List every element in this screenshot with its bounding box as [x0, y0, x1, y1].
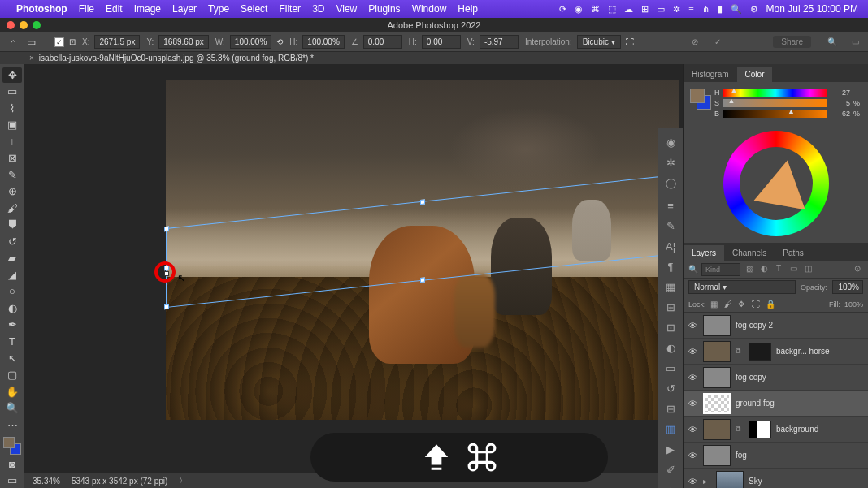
canvas[interactable]: ↖ 35.34% 5343 px x 3542 px (72 ppi) 〉	[24, 64, 683, 488]
layer-thumb[interactable]	[703, 419, 731, 440]
filter-toggle[interactable]: ⊙	[852, 264, 863, 275]
layer-thumb[interactable]	[703, 367, 731, 388]
layer-thumb[interactable]	[703, 445, 731, 466]
panel-icon[interactable]: ▦	[662, 281, 679, 293]
close-window-icon[interactable]	[7, 21, 15, 29]
crop-tool[interactable]: ⟂	[2, 134, 22, 149]
menu-image[interactable]: Image	[134, 3, 161, 15]
maximize-window-icon[interactable]	[33, 21, 41, 29]
panel-icon[interactable]: ↺	[662, 382, 679, 395]
menubar-datetime[interactable]: Mon Jul 25 10:00 PM	[766, 3, 858, 15]
panel-icon[interactable]: ♪	[662, 484, 679, 488]
panel-icon[interactable]: ⊟	[662, 403, 679, 415]
layer-row[interactable]: 👁▸Sky	[684, 469, 868, 488]
eyedropper-tool[interactable]: ✎	[2, 167, 22, 183]
menu-view[interactable]: View	[336, 3, 357, 15]
reference-point-toggle[interactable]: ✓	[54, 37, 64, 47]
visibility-toggle[interactable]: 👁	[687, 373, 698, 382]
panel-icon[interactable]: ≡	[662, 200, 679, 212]
shape-tool[interactable]: ▢	[2, 367, 22, 382]
edit-toolbar[interactable]: ⋯	[2, 417, 22, 433]
lasso-tool[interactable]: ⌇	[2, 101, 22, 116]
menu-plugins[interactable]: Plugins	[368, 3, 400, 15]
visibility-toggle[interactable]: 👁	[687, 399, 698, 408]
layer-mask[interactable]	[749, 421, 771, 438]
tab-color[interactable]: Color	[737, 67, 773, 82]
pen-tool[interactable]: ✒	[2, 317, 22, 333]
layer-row[interactable]: 👁fog	[684, 443, 868, 469]
lock-transparency-icon[interactable]: ▦	[710, 300, 720, 309]
app-menu[interactable]: Photoshop	[16, 3, 67, 15]
eraser-tool[interactable]: ▰	[2, 251, 22, 266]
panel-icon[interactable]: ▥	[662, 423, 679, 435]
mask-link-icon[interactable]: ⧉	[736, 347, 744, 356]
layer-mask[interactable]	[749, 343, 771, 361]
tab-histogram[interactable]: Histogram	[684, 67, 737, 82]
color-triangle[interactable]	[753, 156, 813, 209]
visibility-toggle[interactable]: 👁	[687, 321, 698, 330]
quick-mask-toggle[interactable]: ◙	[2, 456, 22, 472]
share-button[interactable]: Share	[773, 36, 811, 48]
y-input[interactable]: 1689.60 px	[158, 35, 209, 49]
link-wh-icon[interactable]: ⟲	[276, 37, 283, 46]
status-more-icon[interactable]: 〉	[179, 475, 187, 486]
layer-thumb[interactable]	[703, 341, 731, 362]
menu-window[interactable]: Window	[412, 3, 447, 15]
menu-3d[interactable]: 3D	[312, 3, 324, 15]
color-swatches[interactable]	[3, 437, 21, 454]
fill-input[interactable]: 100%	[844, 300, 863, 309]
layer-row[interactable]: 👁⧉background	[684, 417, 868, 443]
lock-all-icon[interactable]: 🔒	[766, 300, 775, 309]
visibility-toggle[interactable]: 👁	[687, 451, 698, 460]
w-input[interactable]: 100.00%	[230, 35, 271, 49]
transform-icon[interactable]: ▭	[24, 37, 37, 48]
panel-icon[interactable]: ✐	[662, 464, 679, 476]
visibility-toggle[interactable]: 👁	[687, 477, 698, 486]
document-tab[interactable]: isabella-juskova-9aNltHjuOc0-unsplash.jp…	[39, 54, 314, 63]
search-ps-icon[interactable]: 🔍	[826, 36, 839, 49]
blur-tool[interactable]: ○	[2, 284, 22, 300]
interp-select[interactable]: Bicubic ▾	[577, 35, 621, 49]
lock-nested-icon[interactable]: ⛶	[752, 300, 762, 309]
menu-help[interactable]: Help	[458, 3, 478, 15]
filter-type-icon[interactable]: T	[773, 264, 784, 275]
layer-name[interactable]: fog	[736, 451, 865, 460]
panel-icon[interactable]: ✎	[662, 220, 679, 232]
h-value[interactable]: 27	[831, 89, 850, 97]
panel-icon[interactable]: ▶	[662, 443, 679, 456]
dodge-tool[interactable]: ◐	[2, 300, 22, 316]
tab-close-icon[interactable]: ×	[29, 54, 34, 63]
opacity-input[interactable]: 100%	[832, 280, 863, 294]
zoom-status[interactable]: 35.34%	[33, 477, 60, 486]
panel-icon[interactable]: A¦	[662, 240, 679, 253]
filter-search-icon[interactable]: 🔍	[688, 265, 698, 274]
marquee-tool[interactable]: ▭	[2, 84, 22, 100]
menu-edit[interactable]: Edit	[106, 3, 123, 15]
s-value[interactable]: 5	[831, 99, 850, 107]
move-tool[interactable]: ✥	[2, 67, 22, 83]
screen-mode-toggle[interactable]: ▭	[2, 473, 22, 488]
object-select-tool[interactable]: ▣	[2, 118, 22, 133]
layer-name[interactable]: background	[776, 425, 865, 434]
layer-row[interactable]: 👁fog copy	[684, 365, 868, 391]
x-input[interactable]: 2671.5 px	[94, 35, 140, 49]
blend-mode-select[interactable]: Normal ▾	[688, 280, 796, 294]
gradient-tool[interactable]: ◢	[2, 267, 22, 283]
filter-kind-select[interactable]: Kind	[701, 263, 740, 276]
window-traffic-lights[interactable]	[7, 21, 41, 29]
panel-foreground-swatch[interactable]	[690, 89, 705, 103]
layer-thumb[interactable]	[716, 471, 744, 489]
panel-icon[interactable]: ⊞	[662, 301, 679, 313]
lock-image-icon[interactable]: 🖌	[724, 300, 734, 309]
filter-smart-icon[interactable]: ◫	[802, 264, 814, 275]
cancel-transform-icon[interactable]: ⊘	[688, 36, 701, 49]
filter-adjust-icon[interactable]: ◐	[758, 264, 770, 275]
layer-name[interactable]: backgr... horse	[776, 347, 865, 356]
tab-channels[interactable]: Channels	[724, 245, 775, 261]
layer-row[interactable]: 👁⧉backgr... horse	[684, 339, 868, 365]
lock-position-icon[interactable]: ✥	[738, 300, 748, 309]
visibility-toggle[interactable]: 👁	[687, 425, 698, 434]
menu-type[interactable]: Type	[208, 3, 229, 15]
menu-layer[interactable]: Layer	[172, 3, 197, 15]
home-icon[interactable]: ⌂	[7, 37, 20, 48]
